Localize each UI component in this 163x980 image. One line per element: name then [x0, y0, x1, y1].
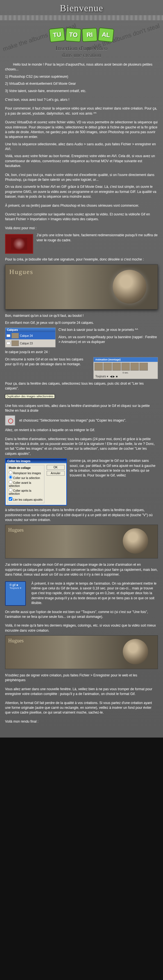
- tile-ri: RI: [82, 28, 98, 42]
- p10: Bon, maintenant qu'on a tout ce qu'il fa…: [5, 313, 158, 318]
- subtitle-line1: Insertion d'une vidéo: [55, 45, 108, 51]
- banner-face: [123, 639, 148, 664]
- ok-button[interactable]: OK: [47, 465, 65, 470]
- p20: J'ai retiré le cadre rouge de mon Gif en…: [5, 562, 158, 577]
- anim-frame[interactable]: [112, 363, 121, 371]
- banner-overlay: Hugues: [8, 527, 24, 533]
- animation-panel: Animation (montage) 0 sec. Toujours ▾◀ ▶…: [93, 357, 158, 379]
- tutorial-heading: TU TO RI AL Insertion d'une vidéo dans u…: [5, 28, 158, 58]
- p16: Une fois vos calques sont liés, allez da…: [5, 404, 158, 414]
- banner-face: [113, 270, 146, 304]
- subtitle-line2: dans une création: [5, 52, 158, 58]
- layers-panel: Calques Calque 24 Calque 23: [5, 328, 55, 347]
- layers-panel-header: Calques: [5, 328, 55, 332]
- example-banner-3: Hugues: [5, 635, 158, 669]
- p2: Ouvrez VirtualDub et ouvrez votre fichie…: [5, 120, 158, 140]
- p15: Pour ça, dans la fenêtre des calques, sé…: [5, 381, 158, 391]
- p14: On retourne à notre Gif et on va lier to…: [5, 357, 90, 367]
- example-icon-thumb: [5, 234, 33, 254]
- intro-greeting: Hello tout le monde ! Pour la leçon d'au…: [5, 62, 158, 72]
- play-controls-icon[interactable]: ◀ ▶ ■: [110, 375, 118, 378]
- flyout-menu-icon[interactable]: [5, 415, 15, 425]
- p19: à sélectionner tous les calques dans la …: [5, 508, 158, 522]
- letsgo: C'est bon, vous avez tout ? Let's go, al…: [5, 97, 158, 102]
- p3: Une fois la séquence sélectionnée, allez…: [5, 142, 158, 152]
- p7: À présent, on va (enfin) passer dans Pho…: [5, 203, 158, 208]
- opt-before[interactable]: Coller avant la sélection: [9, 480, 43, 487]
- anim-frame[interactable]: [122, 363, 130, 371]
- anim-frame[interactable]: [103, 363, 112, 371]
- p4: Voilà, vous avez votre fichier au bon fo…: [5, 154, 158, 169]
- p16b: et choisissez "Sélectionner toutes les i…: [19, 419, 126, 423]
- p25: Vous allez arriver dans une nouvelle fen…: [5, 687, 158, 697]
- frame-duration: 0 sec.: [93, 371, 158, 374]
- banner-overlay: Hugues: [8, 638, 24, 644]
- p18: Dans la fenêtre d'animation, sélectionne…: [5, 437, 158, 457]
- p13: le calque jusqu'à en avoir 24 :: [5, 350, 158, 355]
- opt-replace[interactable]: Remplacer les images: [9, 471, 43, 475]
- divider: [0, 15, 163, 20]
- collage-right: comme ça, on peut bouger le Gif sur la c…: [70, 458, 158, 506]
- paste-frames-dialog: Coller les images Mode de collage Rempla…: [5, 458, 67, 506]
- loop-label[interactable]: Toujours ▾: [9, 587, 21, 589]
- anim-frame[interactable]: [130, 363, 139, 371]
- dialog-title: Coller les images: [6, 459, 66, 463]
- layers-hint: C'est bon à savoir pour la suite, je vou…: [59, 328, 158, 332]
- opt-over-selection[interactable]: Coller sur la sélection: [9, 476, 43, 480]
- p11: En vérifiant mon Gif, je peux voir qu'il…: [5, 320, 158, 325]
- p21: À présent, il ne reste à régler le temps…: [32, 581, 158, 606]
- p26: Attention, le format Gif fait perdre de …: [5, 701, 158, 715]
- mode-label: Mode de collage: [9, 466, 43, 469]
- tile-tu: TU: [49, 27, 65, 42]
- anim-frame[interactable]: [139, 363, 148, 371]
- req2: 2) VirtualDub et éventuellement Gif Movi…: [5, 81, 158, 86]
- req3: 3) Votre talent, savoir-faire, environne…: [5, 89, 158, 94]
- p24: N'oubliez pas de signer votre création, …: [5, 673, 158, 683]
- icon-caption: J'ai pris une icône toute faire, facilem…: [36, 233, 158, 255]
- eye-icon[interactable]: [6, 334, 10, 337]
- timing-pill: © gif ★ Toujours ▾: [5, 581, 26, 606]
- p12: Alors, on va ouvrir ImageReady pour la b…: [59, 335, 158, 345]
- page-title: Bienvenue: [0, 0, 163, 15]
- anim-frame[interactable]: [95, 363, 103, 371]
- p17: Allez, on revient à la création à laquel…: [5, 428, 158, 433]
- loop-toujours[interactable]: Toujours ▾: [95, 375, 108, 378]
- opt-link-layers[interactable]: Lier les calques ajoutés: [9, 497, 43, 501]
- example-banner-1: Hugues: [5, 264, 158, 310]
- p27: Voilà mon rendu final :: [5, 719, 158, 724]
- tile-al: AL: [98, 27, 114, 42]
- p6: On va donc convertir le fichier AVI en G…: [5, 185, 158, 199]
- example-banner-2: Hugues: [5, 525, 158, 558]
- p8: Ouvrez la création complète sur laquelle…: [5, 212, 158, 222]
- tile-to: TO: [65, 28, 81, 42]
- layer-row[interactable]: Calque 23: [5, 340, 55, 347]
- p22: On vérifie aussi que l'option de boucle …: [5, 610, 158, 620]
- p5: Ok, bon, c'est pas tout ça, mais si votr…: [5, 173, 158, 183]
- eye-icon[interactable]: [6, 342, 10, 345]
- p9: Voilà donc pour moi :: [5, 226, 158, 231]
- banner-face: [123, 528, 148, 554]
- cancel-button[interactable]: Annuler: [47, 471, 65, 476]
- banner-overlay: Hugues: [9, 268, 33, 276]
- sign-caption: Pour la créa, je bidouille vite fait une…: [5, 257, 158, 262]
- tooltip-duplication: Duplication des images sélectionnées: [5, 394, 55, 398]
- p1: Pour commencer, il faut choisir la séque…: [5, 106, 158, 116]
- layer-row[interactable]: Calque 24: [5, 332, 55, 340]
- animation-panel-header: Animation (montage): [93, 357, 158, 362]
- p23: Voilà, il ne reste qu'à faire les dernie…: [5, 623, 158, 633]
- opt-after[interactable]: Coller après la sélection: [9, 488, 43, 495]
- req1: 1) Photoshop CS2 (ou version supérieure): [5, 74, 158, 79]
